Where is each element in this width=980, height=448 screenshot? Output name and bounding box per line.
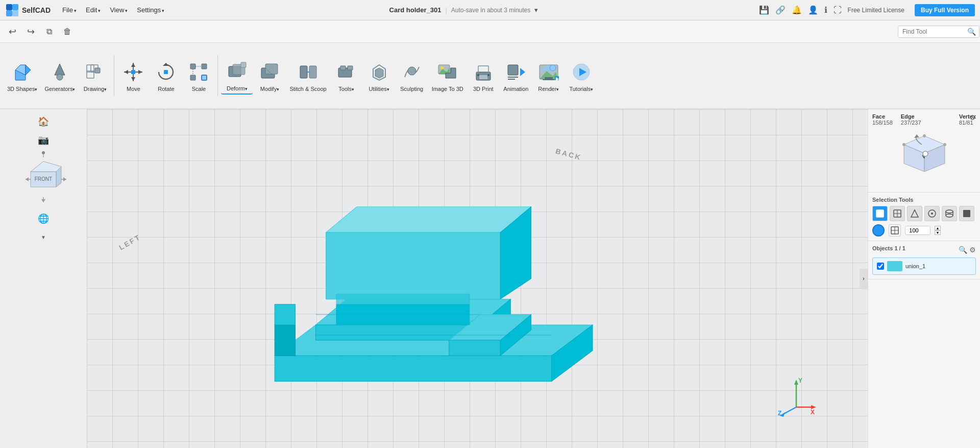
tool-stitch-scoop[interactable]: Stitch & Scoop [286,57,329,94]
svg-rect-25 [202,75,207,80]
tutorials-icon [569,59,594,85]
svg-marker-77 [275,356,551,381]
find-search-icon[interactable]: 🔍 [967,28,976,36]
main-content: 🏠 📷 FRONT [0,109,980,448]
modify-icon [257,59,282,85]
tool-move[interactable]: Move [117,57,149,94]
buy-full-version-button[interactable]: Buy Full Version [915,4,975,16]
svg-marker-73 [26,177,29,181]
object-item-union1[interactable]: union_1 [872,257,976,275]
svg-point-8 [57,74,63,80]
home-view-button[interactable]: 🏠 [36,114,51,129]
selection-tools-buttons [872,206,976,221]
tool-generators[interactable]: Generators [41,57,78,94]
divider-1 [114,55,114,96]
notification-icon[interactable]: 🔔 [792,5,802,15]
tool-scale[interactable]: Scale [183,57,214,94]
face-info: Face 158/158 [872,113,893,126]
edge-label: Edge [901,113,921,120]
view-down-button[interactable]: ▼ [36,230,51,244]
right-view-cube-wrapper[interactable] [872,132,976,188]
divider-2 [217,55,218,96]
tutorials-label: Tutorials [569,86,593,92]
tool-modify[interactable]: Modify [254,57,285,94]
tool-rotate[interactable]: Rotate [150,57,182,94]
tools-icon [334,59,359,85]
tool-deform[interactable]: Deform [221,57,253,95]
svg-rect-61 [545,77,553,79]
svg-marker-70 [31,161,61,172]
menu-edit[interactable]: Edit [82,4,105,16]
stitch-scoop-label: Stitch & Scoop [289,86,326,92]
redo-button[interactable]: ↪ [22,23,39,40]
objects-search-icon[interactable]: 🔍 [959,246,967,254]
svg-rect-3 [12,10,18,16]
dark-select-button[interactable] [959,206,974,221]
tool-3d-shapes[interactable]: 3D Shapes [4,57,40,94]
wireframe-toggle[interactable] [889,224,901,237]
tool-3d-print[interactable]: 3D Print [468,57,499,94]
image-to-3d-label: Image To 3D [432,86,463,92]
view-cube[interactable]: FRONT [15,151,71,207]
svg-rect-12 [95,68,100,73]
info-icon[interactable]: ℹ [824,5,827,15]
right-panel-settings-icon[interactable]: ⚙ [969,113,976,122]
svg-point-106 [923,134,926,137]
undo-button[interactable]: ↩ [4,23,20,40]
tool-animation[interactable]: Animation [500,57,532,94]
svg-marker-86 [275,304,295,325]
save-icon[interactable]: 💾 [759,5,769,15]
tool-sculpting[interactable]: Sculpting [396,57,428,94]
globe-view-button[interactable]: 🌐 [36,211,51,226]
vertex-select-button[interactable] [924,206,940,221]
autosave-text[interactable]: Auto-save in about 3 minutes [451,7,530,14]
tool-utilities[interactable]: Utilities [363,57,395,94]
menu-view[interactable]: View [106,4,132,16]
opacity-stepper[interactable]: ▲ ▼ [935,226,941,235]
icon-toolbar: 3D Shapes Generators Drawing [0,43,980,109]
cylinder-select-button[interactable] [942,206,957,221]
view-cube-container[interactable]: FRONT [15,151,71,207]
viewport[interactable]: LEFT BACK [87,109,868,448]
find-tool-container: 🔍 [898,26,976,38]
opacity-input[interactable]: 100 [905,226,930,235]
opacity-up[interactable]: ▲ [935,226,941,230]
svg-rect-39 [348,66,353,70]
svg-point-42 [408,67,416,75]
tool-tools[interactable]: Tools [331,57,362,94]
tool-image-to-3d[interactable]: Image To 3D [429,57,467,94]
move-icon [120,59,146,85]
svg-marker-88 [449,340,500,356]
tool-render[interactable]: Render [533,57,565,94]
right-icons: 💾 🔗 🔔 👤 ℹ ⛶ Free Limited License Buy Ful… [759,4,975,16]
svg-point-52 [487,74,489,76]
tool-tutorials[interactable]: Tutorials [566,57,597,94]
menu-settings[interactable]: Settings [133,4,168,16]
fullscreen-icon[interactable]: ⛶ [834,6,842,15]
copy-button[interactable]: ⧉ [41,23,57,40]
edge-select-button[interactable] [907,206,922,221]
panel-toggle-button[interactable]: › [860,269,868,289]
face-select-button[interactable] [872,206,888,221]
svg-text:Y: Y [798,377,802,384]
object-visibility-checkbox[interactable] [877,263,884,270]
account-icon[interactable]: 👤 [808,5,818,15]
svg-marker-18 [138,70,142,74]
camera-button[interactable]: 📷 [36,133,51,147]
svg-rect-124 [963,210,970,217]
svg-marker-20 [163,63,169,66]
rotate-icon [153,59,179,85]
menu-file[interactable]: File [58,4,81,16]
logo[interactable]: SelfCAD [5,3,51,17]
svg-rect-112 [876,210,884,217]
delete-button[interactable]: 🗑 [59,23,76,40]
share-icon[interactable]: 🔗 [775,5,786,15]
wireframe-select-button[interactable] [890,206,905,221]
right-view-cube[interactable] [894,132,955,188]
autosave-arrow[interactable]: ▾ [534,6,538,14]
color-picker-button[interactable] [872,224,885,237]
tool-drawing[interactable]: Drawing [79,57,111,94]
svg-rect-62 [543,79,555,80]
opacity-down[interactable]: ▼ [935,230,941,235]
objects-settings-icon[interactable]: ⚙ [969,246,976,254]
